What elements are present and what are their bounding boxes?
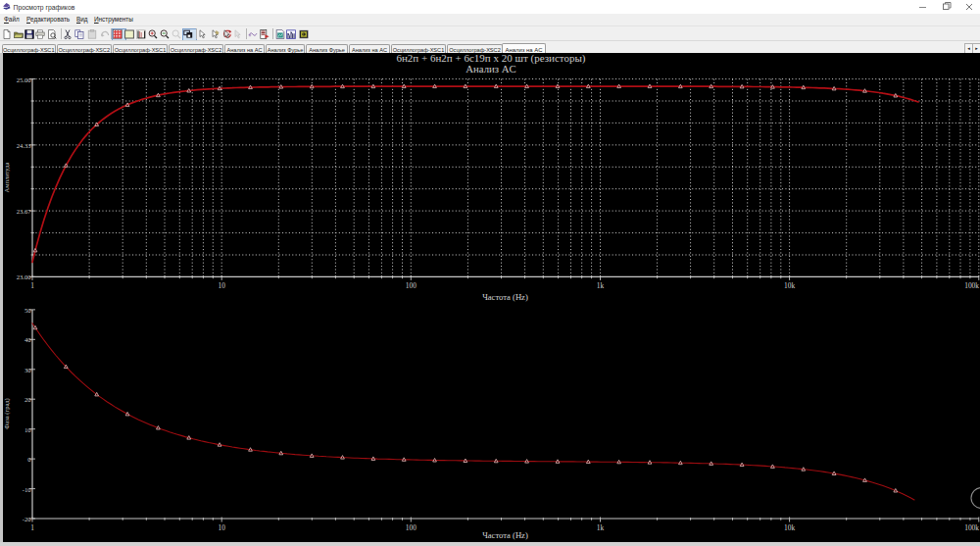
svg-text:-10: -10 bbox=[23, 486, 31, 493]
svg-text:1: 1 bbox=[30, 523, 34, 532]
svg-text:Анализ AC: Анализ AC bbox=[466, 63, 516, 74]
svg-text:1k: 1k bbox=[597, 523, 605, 532]
svg-text:Частота (Hz): Частота (Hz) bbox=[482, 292, 528, 302]
svg-text:20: 20 bbox=[24, 396, 31, 403]
svg-text:10: 10 bbox=[219, 281, 226, 290]
svg-text:24.33: 24.33 bbox=[17, 142, 32, 149]
svg-text:100: 100 bbox=[406, 523, 416, 532]
svg-text:1: 1 bbox=[30, 281, 34, 290]
svg-text:Фаза (град): Фаза (град) bbox=[3, 398, 11, 429]
svg-text:-20: -20 bbox=[23, 516, 31, 522]
svg-text:40: 40 bbox=[24, 336, 31, 343]
svg-text:100k: 100k bbox=[964, 281, 979, 290]
svg-text:10k: 10k bbox=[784, 523, 795, 532]
svg-text:10: 10 bbox=[219, 523, 226, 532]
svg-text:1k: 1k bbox=[597, 281, 605, 290]
svg-text:10k: 10k bbox=[784, 281, 795, 290]
svg-text:25.00: 25.00 bbox=[17, 76, 32, 83]
svg-text:0: 0 bbox=[27, 456, 31, 463]
svg-text:30: 30 bbox=[24, 367, 31, 373]
svg-text:50: 50 bbox=[24, 307, 31, 314]
svg-text:10: 10 bbox=[24, 426, 31, 433]
svg-text:23.67: 23.67 bbox=[17, 208, 32, 215]
svg-text:100: 100 bbox=[406, 281, 416, 290]
svg-text:Амплитуда: Амплитуда bbox=[3, 162, 10, 192]
svg-text:Частота (Hz): Частота (Hz) bbox=[482, 530, 528, 540]
svg-text:100k: 100k bbox=[964, 523, 979, 532]
svg-text:23.00: 23.00 bbox=[17, 273, 32, 280]
